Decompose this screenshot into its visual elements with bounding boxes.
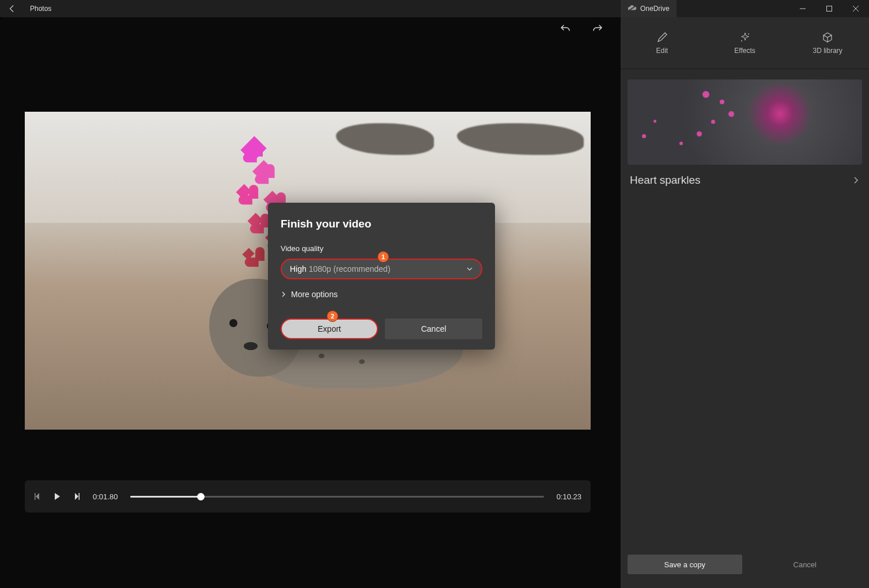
- chevron-down-icon: [466, 265, 473, 272]
- step-forward-button[interactable]: [73, 492, 80, 500]
- editor-area: Finish your video Video quality 1 High 1…: [0, 17, 621, 588]
- dialog-cancel-button[interactable]: Cancel: [385, 318, 482, 339]
- finish-video-dialog: Finish your video Video quality 1 High 1…: [268, 203, 495, 350]
- tab-effects[interactable]: Effects: [704, 17, 787, 69]
- cloud-off-icon: [628, 5, 637, 12]
- close-button[interactable]: [842, 0, 869, 17]
- save-copy-button[interactable]: Save a copy: [628, 555, 742, 574]
- seek-bar[interactable]: [130, 496, 543, 498]
- annotation-badge-1: 1: [377, 251, 389, 263]
- chevron-right-icon: [853, 176, 859, 184]
- pencil-icon: [656, 32, 668, 43]
- effect-card[interactable]: Heart sparkles: [628, 79, 862, 187]
- tab-edit[interactable]: Edit: [621, 17, 704, 69]
- total-time: 0:10.23: [557, 492, 581, 501]
- export-button[interactable]: Export: [281, 318, 378, 339]
- svg-point-5: [748, 33, 749, 35]
- current-time: 0:01.80: [93, 492, 118, 501]
- back-button[interactable]: [0, 0, 24, 17]
- playback-bar: 0:01.80 0:10.23: [25, 480, 591, 513]
- effect-thumbnail: [628, 79, 862, 165]
- sparkle-icon: [739, 32, 751, 43]
- annotation-badge-2: 2: [327, 310, 338, 322]
- tab-edit-label: Edit: [656, 47, 668, 55]
- more-options-toggle[interactable]: More options: [281, 290, 482, 299]
- onedrive-tab[interactable]: OneDrive: [621, 0, 677, 17]
- tab-3d-library[interactable]: 3D library: [786, 17, 869, 69]
- titlebar: Photos OneDrive: [0, 0, 869, 17]
- app-title: Photos: [24, 5, 51, 13]
- cube-icon: [822, 32, 833, 43]
- tab-effects-label: Effects: [734, 47, 755, 55]
- chevron-right-icon: [281, 291, 286, 297]
- side-panel: Edit Effects 3D library: [621, 17, 869, 588]
- window-controls: [789, 0, 869, 17]
- panel-cancel-button[interactable]: Cancel: [748, 555, 863, 574]
- minimize-button[interactable]: [789, 0, 816, 17]
- svg-rect-3: [35, 493, 36, 500]
- undo-button[interactable]: [560, 23, 571, 35]
- svg-rect-2: [827, 6, 832, 12]
- onedrive-label: OneDrive: [640, 5, 670, 13]
- more-options-label: More options: [291, 290, 338, 299]
- step-back-button[interactable]: [34, 492, 41, 500]
- play-button[interactable]: [54, 492, 61, 500]
- dialog-title: Finish your video: [281, 218, 482, 230]
- tab-3d-library-label: 3D library: [813, 47, 842, 55]
- redo-button[interactable]: [592, 23, 603, 35]
- maximize-button[interactable]: [816, 0, 842, 17]
- svg-point-6: [741, 40, 742, 41]
- effect-name: Heart sparkles: [630, 174, 701, 187]
- svg-rect-4: [79, 493, 80, 500]
- video-quality-value: High 1080p (recommended): [290, 264, 390, 274]
